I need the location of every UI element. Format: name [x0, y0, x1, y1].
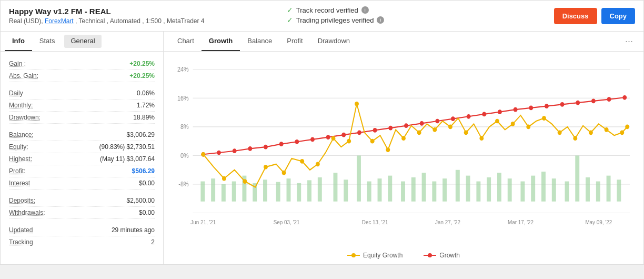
chart-more-button[interactable]: ··· — [621, 32, 637, 51]
svg-point-97 — [417, 130, 421, 135]
stat-gain-label: Gain : — [9, 60, 26, 67]
svg-point-94 — [370, 139, 375, 144]
stat-highest-label: Highest: — [9, 155, 32, 163]
legend-growth: Growth — [424, 252, 460, 259]
svg-point-63 — [310, 137, 315, 142]
header-left: Happy Way v1.2 FM - REAL Real (USD), For… — [9, 7, 276, 25]
discuss-button[interactable]: Discuss — [554, 8, 597, 24]
svg-rect-50 — [565, 182, 569, 202]
svg-point-87 — [264, 165, 268, 170]
chart-legend: Equity Growth Growth — [164, 252, 643, 264]
svg-point-115 — [428, 253, 432, 257]
chart-tab-profit[interactable]: Profit — [279, 32, 310, 51]
svg-rect-35 — [401, 182, 405, 202]
svg-rect-38 — [432, 182, 436, 202]
svg-text:Jan 27, '22: Jan 27, '22 — [435, 220, 460, 226]
stat-monthly-label: Monthly: — [9, 102, 33, 109]
legend-growth-icon — [424, 252, 436, 258]
svg-rect-30 — [344, 180, 348, 201]
check-icon-2: ✓ — [287, 16, 293, 24]
svg-rect-23 — [263, 180, 267, 201]
copy-button[interactable]: Copy — [601, 8, 636, 24]
stat-equity: Equity: (90.83%) $2,730.51 — [9, 141, 155, 153]
svg-point-75 — [498, 109, 502, 114]
svg-rect-19 — [222, 184, 226, 202]
svg-rect-45 — [508, 178, 512, 202]
svg-point-88 — [282, 171, 286, 175]
svg-point-107 — [573, 136, 577, 141]
header-verify: ✓ Track record verified i ✓ Trading priv… — [276, 6, 554, 26]
stat-updated: Updated 29 minutes ago — [9, 224, 155, 236]
svg-point-91 — [331, 136, 336, 141]
svg-text:24%: 24% — [177, 66, 189, 73]
svg-point-76 — [514, 107, 518, 112]
info-icon-2[interactable]: i — [377, 16, 384, 24]
header-subtitle: Real (USD), ForexMart , Technical , Auto… — [9, 17, 276, 25]
chart-tab-chart[interactable]: Chart — [170, 32, 202, 51]
svg-point-103 — [511, 122, 515, 126]
tab-general[interactable]: General — [64, 35, 101, 48]
svg-point-95 — [386, 147, 390, 152]
info-icon-1[interactable]: i — [361, 6, 369, 14]
tab-stats[interactable]: Stats — [32, 32, 63, 51]
stat-gain: Gain : +20.25% — [9, 58, 155, 70]
svg-point-66 — [357, 130, 361, 135]
broker-link[interactable]: ForexMart — [45, 17, 74, 25]
svg-rect-40 — [456, 170, 460, 202]
stat-balance-value: $3,006.29 — [127, 131, 155, 138]
stat-daily-label: Daily — [9, 89, 23, 97]
svg-point-102 — [495, 119, 499, 124]
stat-equity-label: Equity: — [9, 143, 28, 151]
stat-tracking-label: Tracking — [9, 238, 33, 246]
stat-daily-value: 0.06% — [137, 89, 155, 97]
svg-rect-34 — [388, 176, 392, 202]
svg-point-78 — [545, 104, 549, 108]
right-panel: Chart Growth Balance Profit Drawdown ··· — [164, 32, 643, 264]
chart-tab-growth[interactable]: Growth — [202, 32, 240, 51]
svg-point-110 — [620, 130, 624, 135]
chart-tab-drawdown[interactable]: Drawdown — [310, 32, 357, 51]
stat-updated-label: Updated — [9, 226, 33, 234]
svg-point-59 — [248, 146, 252, 151]
svg-point-77 — [529, 106, 533, 111]
svg-point-90 — [316, 162, 320, 166]
tab-info[interactable]: Info — [5, 32, 32, 51]
svg-rect-36 — [411, 177, 416, 202]
stat-deposits-value: $2,500.00 — [127, 197, 155, 204]
svg-rect-39 — [442, 178, 447, 202]
svg-point-65 — [341, 133, 346, 137]
svg-point-74 — [482, 112, 486, 117]
stat-drawdown-label: Drawdown: — [9, 114, 41, 121]
stat-withdrawals: Withdrawals: $0.00 — [9, 207, 155, 219]
svg-rect-49 — [552, 178, 556, 202]
stat-highest: Highest: (May 11) $3,007.64 — [9, 153, 155, 165]
svg-rect-42 — [476, 182, 480, 202]
svg-text:0%: 0% — [180, 152, 189, 159]
stat-balance: Balance: $3,006.29 — [9, 129, 155, 141]
stat-daily: Daily 0.06% — [9, 87, 155, 99]
svg-point-58 — [233, 148, 237, 153]
svg-rect-55 — [617, 180, 621, 201]
svg-rect-27 — [307, 180, 311, 201]
svg-point-101 — [479, 136, 484, 141]
stat-abs-gain: Abs. Gain: +20.25% — [9, 70, 155, 82]
svg-point-85 — [222, 176, 226, 181]
header-title: Happy Way v1.2 FM - REAL — [9, 7, 276, 16]
check-icon-1: ✓ — [287, 6, 293, 14]
stat-tracking: Tracking 2 — [9, 236, 155, 248]
svg-rect-29 — [334, 173, 338, 202]
svg-point-83 — [622, 95, 627, 100]
svg-text:Mar 17, '22: Mar 17, '22 — [508, 220, 534, 226]
svg-rect-53 — [596, 182, 600, 202]
svg-point-84 — [201, 152, 205, 157]
svg-rect-48 — [541, 172, 546, 202]
svg-point-64 — [326, 135, 330, 140]
svg-rect-25 — [287, 178, 291, 202]
svg-text:May 09, '22: May 09, '22 — [585, 220, 612, 226]
svg-point-79 — [560, 102, 565, 107]
chart-tab-balance[interactable]: Balance — [240, 32, 279, 51]
stat-deposits: Deposits: $2,500.00 — [9, 195, 155, 207]
svg-text:Sep 03, '21: Sep 03, '21 — [274, 220, 300, 226]
stat-profit: Profit: $506.29 — [9, 165, 155, 177]
svg-point-62 — [295, 140, 299, 144]
